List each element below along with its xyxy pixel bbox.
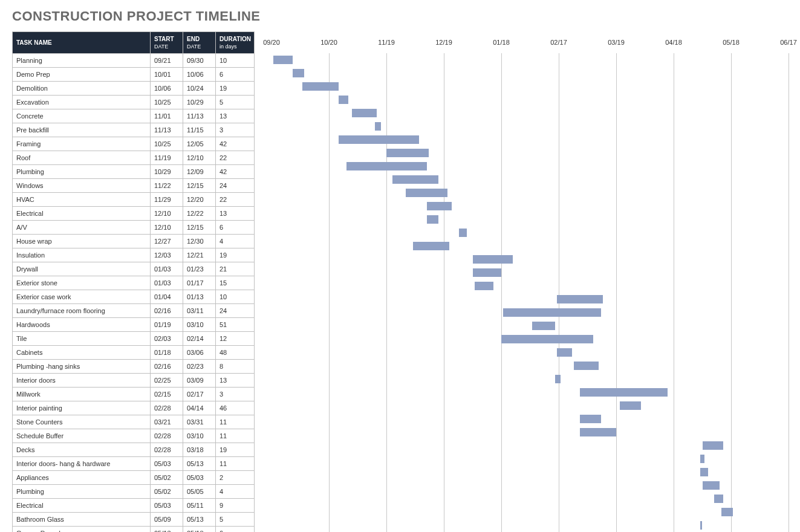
cell-start: 09/21 [151, 54, 183, 68]
cell-dur: 4 [216, 235, 255, 248]
cell-name: A/V [13, 221, 151, 235]
cell-name: Framing [13, 137, 151, 151]
cell-end: 10/29 [183, 96, 216, 109]
axis-tick: 03/19 [608, 39, 625, 46]
gantt-row [272, 359, 788, 372]
cell-end: 05/13 [183, 457, 216, 471]
gantt-bar [346, 162, 427, 170]
gantt-row [272, 226, 788, 239]
cell-start: 02/28 [151, 429, 183, 443]
gantt-row [272, 479, 788, 492]
gantt-bar [703, 441, 724, 450]
cell-end: 03/10 [183, 429, 216, 443]
cell-start: 12/10 [151, 221, 183, 235]
cell-start: 01/19 [151, 318, 183, 332]
col-start: STARTDATE [151, 32, 183, 54]
cell-name: Insulation [13, 248, 151, 262]
cell-name: Electrical [13, 207, 151, 221]
cell-name: Excavation [13, 96, 151, 109]
gantt-bar [386, 149, 429, 157]
gantt-bar [427, 202, 452, 210]
gantt-bar [700, 521, 702, 530]
cell-dur: 13 [216, 207, 255, 221]
cell-start: 02/28 [151, 401, 183, 415]
gantt-bar [620, 401, 641, 410]
table-row: A/V12/1012/156 [13, 221, 255, 235]
cell-end: 09/30 [183, 54, 216, 68]
cell-dur: 19 [216, 248, 255, 262]
gantt-bar [700, 468, 708, 476]
cell-name: Laundry/furnace room flooring [13, 304, 151, 318]
gantt-bar [352, 109, 377, 117]
gantt-bar [413, 242, 449, 250]
cell-dur: 2 [216, 471, 255, 485]
table-row: Bathroom Glass05/0905/135 [13, 513, 255, 527]
cell-end: 05/13 [183, 513, 216, 527]
gantt-row [272, 186, 788, 199]
cell-name: HVAC [13, 193, 151, 207]
gantt-row [272, 519, 788, 532]
cell-start: 10/25 [151, 137, 183, 151]
table-row: Plumbing10/2912/0942 [13, 165, 255, 179]
table-row: Demo Prep10/0110/066 [13, 68, 255, 82]
cell-start: 11/01 [151, 109, 183, 123]
gantt-bar [427, 215, 438, 224]
table-row: Insulation12/0312/2119 [13, 248, 255, 262]
cell-start: 01/18 [151, 346, 183, 360]
cell-end: 03/11 [183, 304, 216, 318]
cell-end: 12/21 [183, 248, 216, 262]
gantt-row [272, 452, 788, 465]
cell-dur: 5 [216, 513, 255, 527]
cell-name: Decks [13, 443, 151, 457]
cell-end: 02/14 [183, 332, 216, 346]
gantt-row [272, 293, 788, 306]
cell-dur: 19 [216, 82, 255, 96]
cell-start: 05/09 [151, 513, 183, 527]
table-row: Appliances05/0205/032 [13, 471, 255, 485]
gantt-row [272, 53, 788, 66]
cell-start: 11/22 [151, 179, 183, 193]
cell-dur: 9 [216, 499, 255, 513]
gantt-bar [293, 69, 304, 77]
cell-name: Garage Door dress up [13, 527, 151, 533]
cell-dur: 10 [216, 54, 255, 68]
cell-end: 03/06 [183, 346, 216, 360]
cell-start: 02/16 [151, 360, 183, 374]
cell-end: 01/17 [183, 276, 216, 290]
gantt-row [272, 266, 788, 279]
table-row: Millwork02/1502/173 [13, 388, 255, 401]
cell-dur: 6 [216, 527, 255, 533]
cell-start: 03/21 [151, 415, 183, 429]
cell-name: Roof [13, 151, 151, 165]
gantt-bar [273, 56, 293, 64]
gantt-bar [703, 481, 720, 490]
gantt-row [272, 160, 788, 173]
cell-start: 05/03 [151, 499, 183, 513]
cell-end: 01/23 [183, 262, 216, 276]
cell-end: 11/13 [183, 109, 216, 123]
cell-name: Interior doors- hang & hardware [13, 457, 151, 471]
cell-name: Pre backfill [13, 123, 151, 137]
table-row: Exterior case work01/0401/1310 [13, 290, 255, 304]
cell-name: Schedule Buffer [13, 429, 151, 443]
gantt-bar [459, 229, 467, 237]
cell-end: 03/18 [183, 443, 216, 457]
table-row: Interior doors02/2503/0913 [13, 374, 255, 388]
cell-start: 01/04 [151, 290, 183, 304]
cell-end: 12/15 [183, 179, 216, 193]
gantt-row [272, 66, 788, 80]
cell-name: Demo Prep [13, 68, 151, 82]
cell-start: 05/02 [151, 471, 183, 485]
cell-name: Exterior case work [13, 290, 151, 304]
cell-start: 01/03 [151, 262, 183, 276]
gantt-row [272, 120, 788, 133]
col-task: TASK NAME [13, 32, 151, 54]
cell-end: 05/18 [183, 527, 216, 533]
gantt-row [272, 426, 788, 439]
gantt-row [272, 306, 788, 319]
table-row: Demolition10/0610/2419 [13, 82, 255, 96]
cell-start: 05/03 [151, 457, 183, 471]
table-row: Schedule Buffer02/2803/1011 [13, 429, 255, 443]
cell-end: 10/06 [183, 68, 216, 82]
axis-tick: 01/18 [493, 39, 510, 46]
